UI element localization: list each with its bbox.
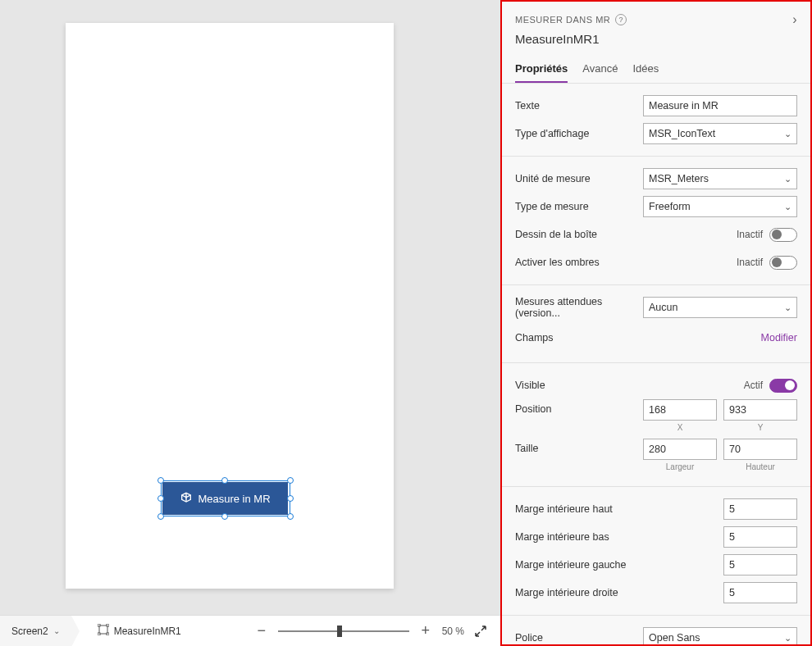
chevron-down-icon: ⌄ [784, 174, 791, 184]
screen-canvas[interactable]: Measure in MR [66, 23, 394, 589]
sub-label-x: X [677, 423, 683, 432]
button-label: Measure in MR [198, 493, 270, 505]
prop-label-box-draw: Dessin de la boîte [515, 229, 737, 240]
help-icon[interactable]: ? [615, 14, 627, 25]
bounding-box-icon [98, 624, 109, 638]
properties-panel: MESURER DANS MR ? › MeasureInMR1 Proprié… [500, 0, 812, 646]
display-type-select[interactable]: MSR_IconText⌄ [643, 123, 797, 144]
prop-label-measure-type: Type de mesure [515, 201, 643, 212]
breadcrumb-separator [71, 616, 86, 647]
text-input[interactable] [643, 95, 797, 116]
position-x-input[interactable] [643, 399, 717, 421]
breadcrumb-label: Screen2 [11, 626, 48, 637]
resize-handle[interactable] [157, 495, 164, 502]
section-text: Texte Type d'affichage MSR_IconText⌄ [502, 84, 810, 157]
zoom-slider[interactable] [278, 623, 409, 639]
panel-tabs: Propriétés Avancé Idées [502, 51, 810, 84]
resize-handle[interactable] [287, 495, 294, 502]
prop-label-padding-right: Marge intérieure droite [515, 587, 723, 598]
breadcrumb-label: MeasureInMR1 [114, 626, 181, 637]
padding-bottom-input[interactable] [723, 526, 797, 548]
sub-label-width: Largeur [666, 462, 694, 471]
svg-rect-4 [107, 633, 109, 635]
prop-label-unit: Unité de mesure [515, 173, 643, 184]
chevron-down-icon: ⌄ [784, 129, 791, 139]
panel-header: MESURER DANS MR ? › MeasureInMR1 [502, 2, 810, 51]
section-padding: Marge intérieure haut Marge intérieure b… [502, 487, 810, 616]
resize-handle[interactable] [157, 513, 164, 520]
padding-top-input[interactable] [723, 498, 797, 520]
section-layout: Visible Actif Position X Y Taille [502, 363, 810, 487]
breadcrumb-screen[interactable]: Screen2 ⌄ [0, 616, 71, 646]
prop-label-font: Police [515, 632, 643, 644]
zoom-percent: 50 % [442, 626, 464, 637]
prop-label-text: Texte [515, 100, 643, 111]
prop-label-padding-bottom: Marge intérieure bas [515, 531, 723, 543]
canvas-area[interactable]: Measure in MR [0, 0, 500, 615]
prop-label-shadows: Activer les ombres [515, 257, 737, 268]
section-font: Police Open Sans⌄ Taille de police [502, 616, 810, 646]
prop-label-padding-top: Marge intérieure haut [515, 503, 723, 515]
panel-category: MESURER DANS MR [515, 15, 610, 25]
control-name: MeasureInMR1 [515, 32, 797, 46]
toggle-state: Actif [744, 380, 763, 391]
height-input[interactable] [723, 439, 797, 460]
prop-label-padding-left: Marge intérieure gauche [515, 559, 723, 571]
padding-right-input[interactable] [723, 582, 797, 603]
measure-type-select[interactable]: Freeform⌄ [643, 196, 797, 217]
zoom-controls: − + 50 % [253, 623, 500, 639]
resize-handle[interactable] [287, 477, 294, 484]
prop-label-display-type: Type d'affichage [515, 128, 643, 139]
expected-select[interactable]: Aucun⌄ [643, 297, 797, 318]
chevron-right-icon[interactable]: › [792, 12, 797, 27]
tab-ideas[interactable]: Idées [632, 62, 659, 83]
font-select[interactable]: Open Sans⌄ [643, 627, 797, 646]
chevron-down-icon: ⌄ [784, 633, 791, 644]
breadcrumb-control[interactable]: MeasureInMR1 [86, 616, 193, 646]
visible-toggle[interactable] [769, 379, 797, 393]
prop-label-size: Taille [515, 439, 643, 454]
measure-in-mr-button[interactable]: Measure in MR [162, 482, 288, 515]
tab-properties[interactable]: Propriétés [515, 62, 568, 83]
toggle-state: Inactif [737, 229, 763, 240]
resize-handle[interactable] [221, 477, 228, 484]
cube-icon [180, 492, 193, 505]
resize-handle[interactable] [221, 513, 228, 520]
chevron-down-icon: ⌄ [784, 202, 791, 212]
unit-select[interactable]: MSR_Meters⌄ [643, 168, 797, 189]
prop-label-fields: Champs [515, 332, 761, 343]
toggle-state: Inactif [737, 257, 763, 268]
shadows-toggle[interactable] [769, 256, 797, 270]
width-input[interactable] [643, 439, 717, 460]
prop-label-expected: Mesures attendues (version... [515, 296, 643, 319]
section-expected: Mesures attendues (version... Aucun⌄ Cha… [502, 285, 810, 363]
sub-label-height: Hauteur [746, 462, 775, 471]
padding-left-input[interactable] [723, 554, 797, 575]
edit-fields-link[interactable]: Modifier [761, 332, 797, 343]
resize-handle[interactable] [287, 513, 294, 520]
chevron-down-icon: ⌄ [53, 626, 60, 635]
box-draw-toggle[interactable] [769, 228, 797, 242]
svg-rect-2 [107, 624, 109, 626]
fullscreen-button[interactable] [472, 623, 489, 639]
sub-label-y: Y [758, 423, 764, 432]
tab-advanced[interactable]: Avancé [582, 62, 618, 83]
svg-rect-1 [98, 624, 100, 626]
svg-rect-3 [98, 633, 100, 635]
prop-label-position: Position [515, 399, 643, 415]
zoom-out-button[interactable]: − [253, 623, 270, 639]
status-bar: Screen2 ⌄ MeasureInMR1 − + 50 % [0, 615, 500, 646]
prop-label-visible: Visible [515, 380, 744, 391]
resize-handle[interactable] [157, 477, 164, 484]
chevron-down-icon: ⌄ [784, 303, 791, 313]
position-y-input[interactable] [723, 399, 797, 421]
zoom-in-button[interactable]: + [417, 623, 434, 639]
section-measure: Unité de mesure MSR_Meters⌄ Type de mesu… [502, 157, 810, 285]
